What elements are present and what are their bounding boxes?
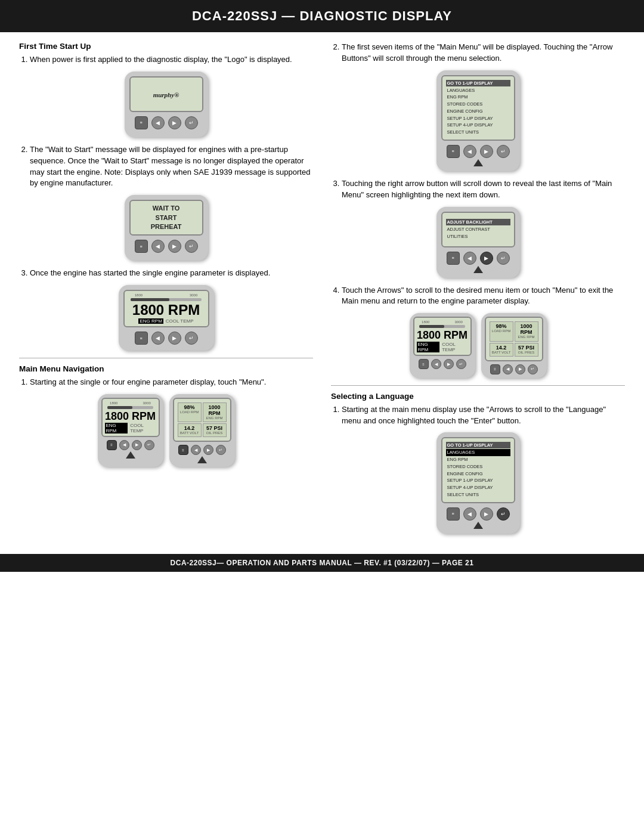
step3-text: Once the engine has started the single e… — [30, 268, 313, 279]
lang-menu-title: GO TO 1-UP DISPLAY — [446, 442, 510, 448]
nav-rpm-value: 1800 RPM — [105, 411, 156, 422]
wait-device-wrap: WAIT TO START PREHEAT ≡ ◀ ▶ ↵ — [19, 195, 313, 261]
adjust-menu-utilities: UTILITIES — [446, 233, 510, 240]
step4-rpm-screen: 1800 3000 1800 RPM ENG RPM COOL TEMP — [413, 317, 472, 356]
page-title: DCA-220SSJ — DIAGNOSTIC DISPLAY — [0, 0, 644, 32]
left-arrow-button-2[interactable]: ◀ — [151, 240, 165, 253]
right-arrow-4up[interactable]: ▶ — [203, 445, 213, 455]
step4-cell2: 1000 RPM ENG RPM — [515, 321, 538, 341]
nav-4up-grid: 98% LOAD RPM 1000 RPM ENG RPM 14.2 BATT … — [177, 401, 228, 438]
nav-gauge-bar — [107, 406, 153, 409]
menu-button-mm[interactable]: ≡ — [447, 145, 460, 158]
right-arrow-adj-active[interactable]: ▶ — [480, 252, 493, 265]
left-arrow-button-3[interactable]: ◀ — [151, 332, 165, 345]
step4-cell1: 98% LOAD RPM — [490, 321, 513, 341]
right-arrow-mm[interactable]: ▶ — [480, 145, 493, 158]
enter-4up[interactable]: ↵ — [216, 445, 226, 455]
main-menu-list: GO TO 1-UP DISPLAY LANGUAGES ENG RPM STO… — [445, 79, 512, 137]
up-arrow-mm — [473, 159, 483, 166]
left-arrow-s4b[interactable]: ◀ — [503, 364, 513, 374]
right-arrow-button[interactable]: ▶ — [168, 116, 181, 129]
lang-menu-engrpm: ENG RPM — [446, 456, 510, 463]
left-arrow-4up[interactable]: ◀ — [191, 445, 201, 455]
enter-button-3[interactable]: ↵ — [185, 332, 198, 345]
left-arrow-lang[interactable]: ◀ — [463, 507, 476, 521]
rpm-single-device: 1800 3000 1800 RPM ENG RPM COOL TEMP ≡ ◀ — [119, 285, 214, 351]
enter-s4[interactable]: ↵ — [456, 359, 466, 369]
left-arrow-mm[interactable]: ◀ — [463, 145, 476, 158]
nav-single-device: 1800 3000 1800 RPM ENG RPM COOL TEMP ≡ ◀ — [98, 394, 163, 467]
menu-button-s4[interactable]: ≡ — [419, 359, 429, 369]
adjust-menu-device-wrap: ADJUST BACKLIGHT ADJUST CONTRAST UTILITI… — [331, 207, 625, 278]
lang-menu-stored: STORED CODES — [446, 463, 510, 470]
menu-button-nav[interactable]: ≡ — [107, 440, 117, 450]
enter-nav[interactable]: ↵ — [144, 440, 154, 450]
left-arrow-nav[interactable]: ◀ — [119, 440, 129, 450]
left-arrow-adj[interactable]: ◀ — [463, 252, 476, 265]
adjust-menu-title: ADJUST BACKLIGHT — [446, 219, 510, 225]
lang-menu-engconf: ENGINE CONFIG — [446, 470, 510, 478]
right-arrow-nav[interactable]: ▶ — [132, 440, 142, 450]
step4-devices-wrap: 1800 3000 1800 RPM ENG RPM COOL TEMP ≡ ◀ — [331, 313, 625, 377]
right-arrow-s4b[interactable]: ▶ — [515, 364, 525, 374]
step4-cell4: 57 PSI OIL PRES — [515, 343, 538, 357]
page-footer: DCA-220SSJ— OPERATION AND PARTS MANUAL —… — [0, 554, 644, 572]
cell-eng-rpm: 1000 RPM ENG RPM — [203, 402, 227, 422]
rpm-labels: ENG RPM COOL TEMP — [138, 318, 193, 324]
right-divider — [331, 385, 625, 386]
left-arrow-s4[interactable]: ◀ — [431, 359, 441, 369]
step4-right-text: Touch the Arrows" to scroll to the desir… — [342, 285, 625, 308]
enter-button[interactable]: ↵ — [185, 116, 198, 129]
step4-rpm-labels: ENG RPM COOL TEMP — [417, 342, 468, 352]
right-arrow-button-2[interactable]: ▶ — [168, 240, 181, 253]
wait-device-buttons: ≡ ◀ ▶ ↵ — [135, 240, 198, 253]
menu-button-s4b[interactable]: ≡ — [490, 364, 500, 374]
left-arrow-button[interactable]: ◀ — [151, 116, 165, 129]
menu-button-lang[interactable]: ≡ — [447, 507, 460, 521]
menu-button-adj[interactable]: ≡ — [447, 252, 460, 265]
arrow-indicator-adj — [473, 266, 483, 273]
left-column: First Time Start Up When power is first … — [19, 42, 313, 541]
arrow-indicator-lang — [473, 522, 483, 529]
section1-title: First Time Start Up — [19, 42, 313, 51]
menu-button-4up[interactable]: ≡ — [178, 445, 188, 455]
up-arrow-left — [126, 451, 135, 459]
logo-device-wrap: murphy® ≡ ◀ ▶ ↵ — [19, 72, 313, 137]
right-arrow-s4[interactable]: ▶ — [444, 359, 454, 369]
nav-step1-text: Starting at the single or four engine pa… — [30, 377, 313, 388]
enter-button-2[interactable]: ↵ — [185, 240, 198, 253]
right-arrow-button-3[interactable]: ▶ — [168, 332, 181, 345]
adjust-menu-list: ADJUST BACKLIGHT ADJUST CONTRAST UTILITI… — [445, 218, 512, 241]
menu-item-engconf: ENGINE CONFIG — [446, 108, 510, 115]
arrow-indicator-right — [197, 456, 207, 463]
arrow-indicator-mm — [473, 159, 483, 166]
lang-menu-setup1up: SETUP 1-UP DISPLAY — [446, 477, 510, 484]
up-arrow-lang — [473, 522, 483, 529]
section2-title: Main Menu Navigation — [19, 364, 313, 373]
lang-menu-device: GO TO 1-UP DISPLAY LANGUAGES ENG RPM STO… — [436, 432, 520, 533]
step4-4up-grid: 98% LOAD RPM 1000 RPM ENG RPM 14.2 BATT … — [488, 320, 540, 357]
enter-adj[interactable]: ↵ — [497, 252, 510, 265]
menu-item-engrpm: ENG RPM — [446, 94, 510, 101]
nav-devices-wrap: 1800 3000 1800 RPM ENG RPM COOL TEMP ≡ ◀ — [19, 394, 313, 467]
menu-button-2[interactable]: ≡ — [135, 240, 148, 253]
step4-4up-device: 98% LOAD RPM 1000 RPM ENG RPM 14.2 BATT … — [481, 313, 547, 377]
enter-mm[interactable]: ↵ — [497, 145, 510, 158]
step2-text: The "Wait to Start" message will be disp… — [30, 144, 313, 189]
lang-menu-buttons: ≡ ◀ ▶ ↵ — [447, 507, 510, 521]
nav-single-buttons: ≡ ◀ ▶ ↵ — [107, 440, 154, 450]
lang-menu-selectunits: SELECT UNITS — [446, 491, 510, 498]
step4-gauge-bar — [419, 325, 465, 328]
section3-title: Selecting a Language — [331, 392, 625, 401]
right-arrow-lang[interactable]: ▶ — [480, 507, 493, 521]
rpm-single-wrap: 1800 3000 1800 RPM ENG RPM COOL TEMP ≡ ◀ — [19, 285, 313, 351]
enter-s4b[interactable]: ↵ — [528, 364, 538, 374]
arrow-indicator-left — [126, 451, 135, 459]
main-menu-device: GO TO 1-UP DISPLAY LANGUAGES ENG RPM STO… — [436, 70, 520, 171]
step4-gauge-ticks: 1800 3000 — [422, 320, 463, 324]
menu-button[interactable]: ≡ — [135, 116, 148, 129]
menu-button-3[interactable]: ≡ — [135, 332, 148, 345]
gauge-ticks: 1800 3000 — [135, 293, 198, 297]
main-menu-screen: GO TO 1-UP DISPLAY LANGUAGES ENG RPM STO… — [441, 75, 515, 141]
enter-lang-active[interactable]: ↵ — [497, 507, 510, 521]
